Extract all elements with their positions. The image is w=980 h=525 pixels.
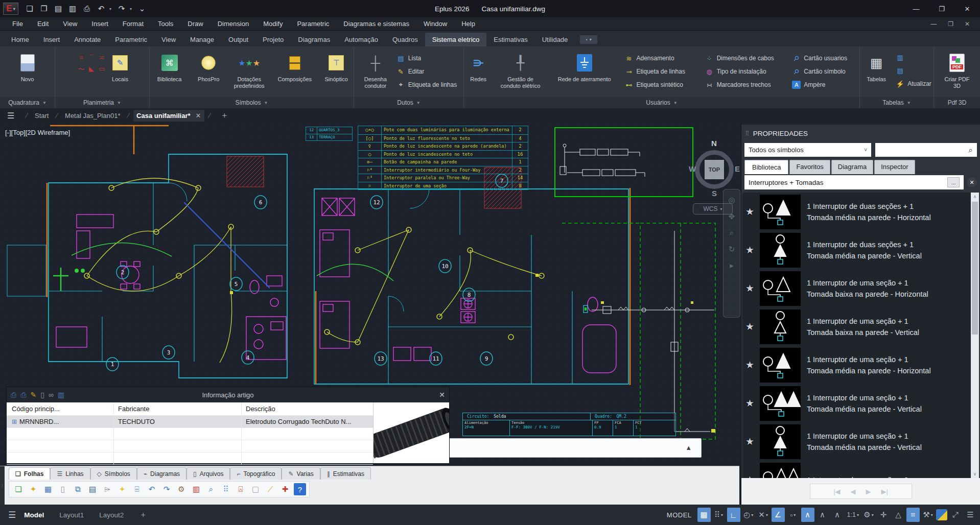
menu-window[interactable]: Window bbox=[416, 17, 454, 31]
ribbon-tab-sistema-eletrico[interactable]: Sistema eletrico bbox=[425, 33, 486, 46]
hatch-tool-icon[interactable]: ⌗ bbox=[76, 54, 86, 65]
library-item[interactable]: ★1 Interruptor de duas seções + 1Tomada … bbox=[742, 193, 979, 231]
menu-parametric[interactable]: Parametric bbox=[290, 17, 336, 31]
bookmark-new-icon[interactable]: ✦ bbox=[116, 483, 128, 495]
maximize-button[interactable]: ❐ bbox=[929, 0, 954, 17]
cleanup-icon[interactable]: ⟋ bbox=[264, 483, 276, 495]
group-label-dutos[interactable]: Dutos▼ bbox=[354, 97, 463, 108]
box-tool-icon[interactable]: ▭ bbox=[97, 65, 107, 76]
lista-button[interactable]: ▤ Lista bbox=[394, 52, 459, 65]
clear-category-icon[interactable]: ✕ bbox=[967, 177, 977, 187]
dock-tab-folhas[interactable]: ❏Folhas bbox=[9, 467, 50, 480]
favorite-star-icon[interactable]: ★ bbox=[745, 397, 760, 409]
column-descricao[interactable]: Descrição bbox=[242, 402, 373, 415]
favorite-star-icon[interactable]: ★ bbox=[745, 282, 760, 294]
dock-tab-linhas[interactable]: ☰Linhas bbox=[50, 467, 90, 480]
close-button[interactable]: ✕ bbox=[954, 0, 980, 17]
cartao-usuarios-button[interactable]: ⚲Cartão usuarios bbox=[790, 52, 859, 65]
favorite-star-icon[interactable]: ★ bbox=[745, 321, 760, 332]
viewport-controls[interactable]: [-][Top][2D Wireframe] bbox=[5, 129, 70, 136]
export-settings-icon[interactable]: ⚙ bbox=[175, 483, 188, 495]
symbol-thumbnail[interactable] bbox=[760, 195, 801, 229]
rede-aterramento-button[interactable]: Rede de aterramento bbox=[548, 49, 621, 83]
symbol-thumbnail[interactable] bbox=[760, 309, 801, 344]
ortho-mode-button[interactable]: ∟ bbox=[727, 508, 740, 522]
criar-pdf-3d-button[interactable]: PDF Criar PDF 3D bbox=[945, 49, 970, 89]
symbol-thumbnail[interactable] bbox=[760, 424, 801, 459]
lineweight-button[interactable]: ∧ bbox=[831, 508, 844, 522]
zoom-icon[interactable]: ⌕ bbox=[730, 228, 734, 237]
etiqueta-sintetico-button[interactable]: ⊷Etiqueta sintético bbox=[623, 78, 701, 91]
table-row[interactable] bbox=[7, 440, 373, 452]
doc-minimize-button[interactable]: — bbox=[930, 20, 937, 28]
column-fabricante[interactable]: Fabricante bbox=[114, 402, 242, 415]
marcadores-trechos-button[interactable]: ∺Marcadores trechos bbox=[703, 78, 788, 91]
table-insert-button[interactable]: ▥ bbox=[894, 51, 934, 64]
maintenance-icon[interactable]: ✚ bbox=[279, 483, 291, 495]
scroll-up-icon[interactable]: ∧ bbox=[971, 193, 979, 201]
gestao-conduto-button[interactable]: ╀ Gestão de conduto elétrico bbox=[495, 49, 546, 89]
dock-tab-arquivos[interactable]: ▯Arquivos bbox=[186, 467, 230, 480]
undo-icon[interactable]: ↶ bbox=[146, 483, 158, 495]
sheet-properties-icon[interactable]: ▤ bbox=[86, 483, 99, 495]
new-from-template-icon[interactable]: ✦ bbox=[27, 483, 39, 495]
group-label-planimetria[interactable]: Planimetria▼ bbox=[55, 97, 149, 108]
scroll-down-icon[interactable]: ∨ bbox=[971, 470, 979, 478]
dock-grip[interactable]: ⁞ bbox=[0, 466, 5, 505]
pdf-export-icon[interactable]: ▥ bbox=[190, 483, 202, 495]
novo-button[interactable]: Novo bbox=[20, 49, 35, 83]
workspace-settings-button[interactable]: ⚙▾ bbox=[862, 508, 875, 522]
menu-view[interactable]: View bbox=[56, 17, 84, 31]
ribbon-tab-parametric[interactable]: Parametric bbox=[108, 33, 154, 46]
dock-tab-diagramas[interactable]: ⌁Diagramas bbox=[137, 467, 186, 480]
steering-wheel-icon[interactable]: ◎ bbox=[728, 196, 735, 205]
symbol-thumbnail[interactable] bbox=[760, 348, 801, 383]
tab-metal-jas[interactable]: Metal Jas_Plan01* bbox=[62, 110, 123, 122]
library-item[interactable]: ★1 Interruptor de uma seção + 2 bbox=[742, 461, 979, 478]
panel-tab-biblioteca[interactable]: Biblioteca bbox=[744, 160, 788, 174]
adensamento-button[interactable]: ≋Adensamento bbox=[623, 52, 701, 65]
new-layout-button[interactable]: ＋ bbox=[139, 510, 147, 520]
composicoes-button[interactable]: Composições bbox=[273, 49, 316, 83]
dialog-close-icon[interactable]: ✕ bbox=[439, 391, 445, 399]
ribbon-minimize-button[interactable]: ▪▾ bbox=[580, 35, 597, 44]
symbol-thumbnail[interactable] bbox=[760, 386, 801, 421]
copy-sheets-icon[interactable]: ⧉ bbox=[72, 483, 84, 495]
symbol-filter-dropdown[interactable]: Todos os símbolos˅ bbox=[744, 143, 871, 157]
dock-tab-estimativas[interactable]: ∥Estimativas bbox=[320, 467, 371, 480]
panel-tab-inspector[interactable]: Inspector bbox=[874, 160, 915, 174]
menu-draw[interactable]: Draw bbox=[180, 17, 210, 31]
favorite-star-icon[interactable]: ★ bbox=[745, 206, 760, 218]
layout-tab-layout2[interactable]: Layout2 bbox=[99, 511, 124, 519]
compass-south[interactable]: S bbox=[712, 189, 717, 198]
ribbon-tab-estimativas[interactable]: Estimativas bbox=[486, 33, 534, 46]
editar-button[interactable]: ✎ Editar bbox=[394, 65, 459, 78]
table-row[interactable] bbox=[7, 428, 373, 440]
show-motion-icon[interactable]: ▸ bbox=[730, 261, 734, 270]
ribbon-tab-utilidade[interactable]: Utilidade bbox=[535, 33, 575, 46]
menu-format[interactable]: Format bbox=[115, 17, 151, 31]
grip-icon[interactable]: ⁞⁞ bbox=[745, 130, 749, 137]
crosshair-button[interactable]: ✛ bbox=[877, 508, 890, 522]
favorite-star-icon[interactable]: ★ bbox=[745, 244, 760, 256]
favorite-star-icon[interactable]: ★ bbox=[745, 359, 760, 371]
snap-mode-button[interactable]: ⠿▾ bbox=[712, 508, 726, 522]
group-label-tabelas[interactable]: Tabelas▼ bbox=[860, 97, 934, 108]
dialog-title-bar[interactable]: ⎙⎙✎▯∞▥ Informação artigo ✕ bbox=[7, 387, 449, 402]
menu-modify[interactable]: Modify bbox=[256, 17, 290, 31]
browse-button[interactable]: ... bbox=[947, 177, 960, 187]
compass-north[interactable]: N bbox=[711, 139, 717, 148]
object-snap-button[interactable]: ∠ bbox=[772, 508, 785, 522]
dimensoes-cabos-button[interactable]: ⁘Dimensões de cabos bbox=[703, 52, 788, 65]
locais-button[interactable]: ✎ Locais bbox=[112, 49, 128, 83]
ribbon-tab-automação[interactable]: Automação bbox=[337, 33, 385, 46]
new-sheet-icon[interactable]: ❏ bbox=[12, 483, 25, 495]
new-tab-button[interactable]: ＋ bbox=[220, 110, 228, 121]
viewcube-top-face[interactable]: TOP bbox=[705, 160, 724, 179]
dimension-tool-icon[interactable]: ≍ bbox=[97, 54, 107, 65]
library-item[interactable]: ★1 Interruptor de uma seção + 1Tomada ba… bbox=[742, 307, 979, 346]
atualizar-button[interactable]: ⚡Atualizar bbox=[894, 77, 934, 90]
menu-file[interactable]: File bbox=[5, 17, 30, 31]
scrollbar-thumb[interactable] bbox=[972, 202, 978, 335]
library-item[interactable]: ★1 Interruptor de uma seção + 1Tomada mé… bbox=[742, 422, 979, 461]
